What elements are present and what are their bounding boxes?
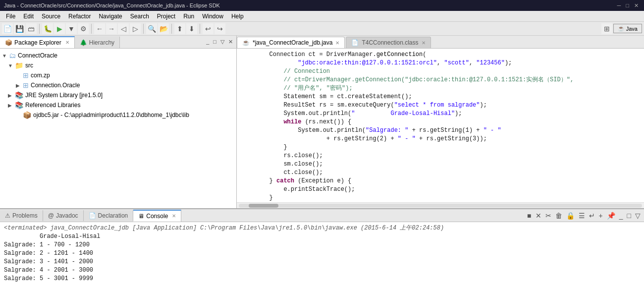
src-icon: 📁 (15, 61, 23, 69)
redo-btn[interactable]: ↪ (215, 23, 225, 34)
menu-help[interactable]: Help (227, 12, 248, 21)
menu-source[interactable]: Source (38, 12, 64, 21)
code-line-4: // ct=DriverManager.getConnection("jdbc:… (241, 76, 640, 84)
menu-project[interactable]: Project (153, 12, 179, 21)
undo-btn[interactable]: ↩ (203, 23, 214, 34)
package-explorer-label: Package Explorer (14, 39, 61, 46)
scroll-lock-btn[interactable]: 🔒 (565, 212, 576, 220)
java-perspective-btn[interactable]: ☕ Java (613, 24, 642, 33)
code-area[interactable]: Connection ct = DriverManager.getConnect… (237, 49, 644, 202)
back-btn[interactable]: ◁ (118, 23, 129, 34)
expand-connect-oracle[interactable]: ▼ (2, 53, 7, 58)
toolbar: 📄 💾 🗃 🐛 ▶ ▼ ⚙ ← → ◁ ▷ 🔍 📂 ⬆ ⬇ ↩ ↪ ⊞ ☕ Ja… (0, 22, 644, 36)
console-icon: 🖥 (138, 213, 144, 220)
tree-item-ojdbc[interactable]: ▶ 📦 ojdbc5.jar - C:\app\admin\product\11… (0, 110, 236, 120)
pe-tab-x[interactable]: ✕ (65, 40, 69, 45)
maximize-pe-btn[interactable]: □ (212, 38, 218, 46)
editor-area: ☕ *java_ConnectOracle_jdb.java ✕ 📄 T4CCo… (237, 36, 644, 208)
prev-annotation-btn[interactable]: ⬆ (174, 23, 185, 34)
com-zp-label: com.zp (31, 72, 50, 79)
minimize-icon[interactable]: ─ (616, 2, 623, 9)
debug-btn[interactable]: 🐛 (42, 23, 53, 34)
view-menu-console-btn[interactable]: ▽ (634, 212, 642, 220)
menu-navigate[interactable]: Navigate (95, 12, 126, 21)
save-all-btn[interactable]: 🗃 (26, 23, 37, 34)
tab-class-file[interactable]: 📄 T4CConnection.class ✕ (346, 37, 430, 48)
pin-console-btn[interactable]: 📌 (605, 212, 617, 220)
declaration-label: Declaration (98, 212, 128, 219)
tree-item-com-zp[interactable]: ▶ ⊞ com.zp (0, 70, 236, 80)
tree-item-jre[interactable]: ▶ 📚 JRE System Library [jre1.5.0] (0, 90, 236, 100)
next-annotation-btn[interactable]: ⬇ (186, 23, 197, 34)
java-label: Java (626, 26, 638, 32)
tab-package-explorer[interactable]: 📦 Package Explorer ✕ (0, 36, 75, 48)
tree-item-connection-oracle[interactable]: ▶ ⊞ Connection.Oracle (0, 80, 236, 90)
code-line-16: } catch (Exception e) { (241, 177, 640, 185)
h-scrollbar[interactable] (239, 204, 642, 208)
menu-file[interactable]: File (2, 12, 19, 21)
tab-declaration[interactable]: 📄 Declaration (84, 210, 134, 221)
project-icon: 🗂 (9, 52, 16, 59)
forward-btn[interactable]: ▷ (130, 23, 141, 34)
menu-search[interactable]: Search (126, 12, 153, 21)
close-icon[interactable]: ✕ (633, 2, 640, 9)
tree-item-ref-libs[interactable]: ▶ 📚 Referenced Libraries (0, 100, 236, 110)
h-scrollbar-thumb[interactable] (249, 204, 278, 208)
package-explorer-icon: 📦 (5, 39, 12, 46)
minimize-pe-btn[interactable]: _ (205, 38, 211, 46)
close-class-tab[interactable]: ✕ (422, 40, 426, 46)
view-menu-btn[interactable]: ▽ (219, 38, 226, 46)
close-java-tab[interactable]: ✕ (335, 40, 339, 46)
top-area: 📦 Package Explorer ✕ 🌲 Hierarchy _ □ ▽ ✕ (0, 36, 644, 208)
save-btn[interactable]: 💾 (14, 23, 25, 34)
declaration-icon: 📄 (89, 212, 96, 219)
title-controls: ─ □ ✕ (616, 2, 640, 9)
hierarchy-label: Hierarchy (89, 39, 114, 46)
tab-hierarchy[interactable]: 🌲 Hierarchy (75, 36, 120, 48)
new-btn[interactable]: 📄 (2, 23, 13, 34)
terminate-btn[interactable]: ■ (526, 212, 533, 220)
menu-refactor[interactable]: Refactor (64, 12, 95, 21)
expand-ref-libs[interactable]: ▶ (8, 103, 13, 108)
tab-java-file[interactable]: ☕ *java_ConnectOracle_jdb.java ✕ (237, 37, 345, 48)
console-view-btn[interactable]: ☰ (577, 212, 587, 220)
sep2 (91, 24, 92, 34)
word-wrap-btn[interactable]: ↵ (588, 212, 596, 220)
disconnect-btn[interactable]: ✕ (534, 212, 543, 220)
menu-run[interactable]: Run (179, 12, 198, 21)
minimize-console-btn[interactable]: _ (618, 212, 625, 220)
maximize-console-btn[interactable]: □ (626, 212, 633, 220)
run-btn[interactable]: ▶ (54, 23, 65, 34)
tab-problems[interactable]: ⚠ Problems (0, 210, 43, 221)
code-line-18: } (241, 194, 640, 202)
expand-connection-oracle[interactable]: ▶ (16, 83, 21, 88)
prev-edit-btn[interactable]: ← (94, 23, 105, 34)
tree-item-connect-oracle[interactable]: ▼ 🗂 ConnectOracle (0, 51, 236, 60)
sep4 (171, 24, 172, 34)
clear-console-btn[interactable]: 🗑 (554, 212, 564, 220)
maximize-icon[interactable]: □ (624, 2, 631, 9)
expand-src[interactable]: ▼ (8, 63, 13, 68)
coverage-btn[interactable]: ⚙ (78, 23, 89, 34)
remove-all-btn[interactable]: ✂ (544, 212, 553, 220)
tab-console[interactable]: 🖥 Console ✕ (133, 210, 181, 222)
new-console-btn[interactable]: + (597, 212, 604, 220)
close-pe-btn[interactable]: ✕ (227, 38, 234, 46)
javadoc-icon: @ (48, 212, 54, 219)
tree-item-src[interactable]: ▼ 📁 src (0, 60, 236, 70)
expand-jre[interactable]: ▶ (8, 93, 13, 98)
perspectives-btn[interactable]: ⊞ (601, 23, 612, 34)
run-ext-btn[interactable]: ▼ (66, 23, 77, 34)
toolbar-right: ⊞ ☕ Java (601, 23, 642, 34)
open-type-btn[interactable]: 🔍 (146, 23, 157, 34)
package-icon2: ⊞ (23, 81, 29, 89)
code-line-5: // "用户名", "密码"); (241, 84, 640, 93)
menu-window[interactable]: Window (198, 12, 227, 21)
open-resource-btn[interactable]: 📂 (158, 23, 169, 34)
menu-edit[interactable]: Edit (19, 12, 38, 21)
code-line-17: e.printStackTrace(); (241, 185, 640, 194)
sep3 (143, 24, 144, 34)
console-tab-x[interactable]: ✕ (172, 213, 176, 219)
next-edit-btn[interactable]: → (106, 23, 117, 34)
tab-javadoc[interactable]: @ Javadoc (43, 210, 84, 221)
